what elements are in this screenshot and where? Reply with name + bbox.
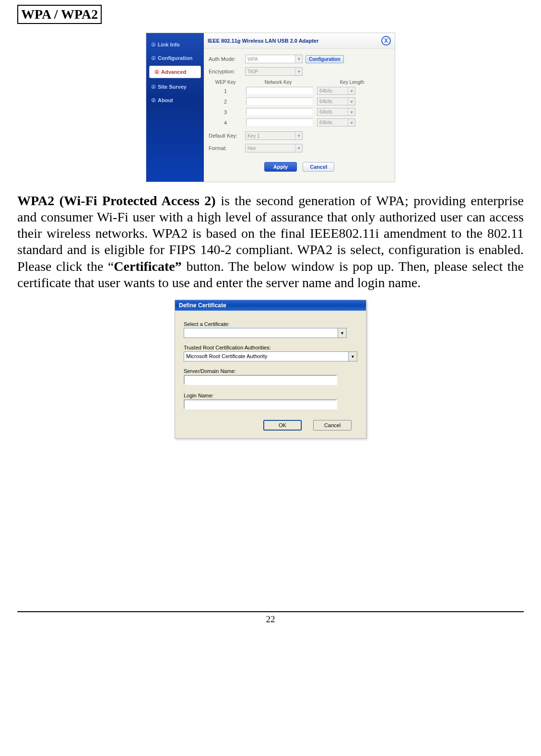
cancel-button[interactable]: Cancel <box>313 420 352 430</box>
nav-link-info[interactable]: ⦿Link Info <box>146 39 204 50</box>
key-length-select: 64bits <box>317 108 355 116</box>
wep-index: 3 <box>209 109 242 115</box>
select-certificate-label: Select a Certificate: <box>184 321 357 327</box>
login-name-input[interactable] <box>184 399 337 409</box>
network-key-input[interactable] <box>246 87 313 95</box>
encryption-select: TKIP <box>245 67 303 76</box>
default-key-select: Key 1 <box>245 131 303 140</box>
network-key-input[interactable] <box>246 108 313 116</box>
auth-mode-select[interactable]: WPA <box>245 55 303 63</box>
nav-label: Link Info <box>158 42 180 47</box>
adapter-utility-screenshot: ⦿Link Info ⦿Configuration ⦿Advanced ⦿Sit… <box>146 33 395 182</box>
app-title: IEEE 802.11g Wireless LAN USB 2.0 Adapte… <box>208 38 318 44</box>
nav-configuration[interactable]: ⦿Configuration <box>146 52 204 64</box>
wep-index: 2 <box>209 99 242 105</box>
description-paragraph: WPA2 (Wi-Fi Protected Access 2) is the s… <box>17 193 524 291</box>
login-name-label: Login Name: <box>184 393 357 398</box>
close-icon[interactable]: X <box>381 36 391 46</box>
format-label: Format: <box>209 145 242 151</box>
nav-site-survey[interactable]: ⦿Site Survey <box>146 81 204 93</box>
nav-label: About <box>158 97 173 103</box>
define-certificate-dialog: Define Certificate Select a Certificate:… <box>175 300 366 439</box>
network-key-input[interactable] <box>246 97 313 105</box>
wep-row-1: 1 64bits <box>209 87 390 95</box>
nav-bullet-icon: ⦿ <box>151 56 156 61</box>
trusted-root-label: Trusted Root Certification Authorities: <box>184 345 357 350</box>
nav-sidebar: ⦿Link Info ⦿Configuration ⦿Advanced ⦿Sit… <box>146 33 204 182</box>
nav-about[interactable]: ⦿About <box>146 94 204 106</box>
server-domain-label: Server/Domain Name: <box>184 368 357 374</box>
key-length-select: 64bits <box>317 87 355 95</box>
encryption-label: Encryption: <box>209 69 242 74</box>
nav-bullet-icon: ⦿ <box>151 84 156 90</box>
format-select: Hex <box>245 144 303 152</box>
key-length-select: 64bits <box>317 118 355 127</box>
dialog-title: Define Certificate <box>175 300 366 311</box>
wep-row-4: 4 64bits <box>209 118 390 127</box>
auth-mode-label: Auth Mode: <box>209 56 242 62</box>
page-number: 22 <box>17 611 524 625</box>
wep-index: 4 <box>209 120 242 126</box>
nav-label: Site Survey <box>158 84 187 90</box>
trusted-root-combo[interactable]: Microsoft Root Certificate Authority <box>184 351 357 361</box>
col-key-length: Key Length <box>314 80 390 85</box>
col-wep-key: WEP Key <box>209 80 242 85</box>
nav-label: Configuration <box>158 55 192 61</box>
server-domain-input[interactable] <box>184 375 337 385</box>
col-network-key: Network Key <box>242 80 314 85</box>
select-certificate-combo[interactable] <box>184 328 347 338</box>
key-length-select: 64bits <box>317 97 355 105</box>
nav-bullet-icon: ⦿ <box>151 42 156 47</box>
wep-row-3: 3 64bits <box>209 108 390 116</box>
nav-bullet-icon: ⦿ <box>154 70 159 75</box>
wep-index: 1 <box>209 88 242 94</box>
nav-advanced[interactable]: ⦿Advanced <box>149 66 201 78</box>
default-key-label: Default Key: <box>209 133 242 139</box>
network-key-input[interactable] <box>246 118 313 127</box>
apply-button[interactable]: Apply <box>264 162 297 172</box>
ok-button[interactable]: OK <box>263 420 302 430</box>
paragraph-certificate: Certificate” <box>114 259 181 274</box>
cancel-button[interactable]: Cancel <box>303 162 334 172</box>
section-heading: WPA / WPA2 <box>17 5 102 24</box>
nav-bullet-icon: ⦿ <box>151 98 156 103</box>
paragraph-lead: WPA2 (Wi-Fi Protected Access 2) <box>17 193 216 208</box>
nav-label: Advanced <box>161 69 187 75</box>
wep-row-2: 2 64bits <box>209 97 390 105</box>
configuration-button[interactable]: Configuration <box>306 55 344 63</box>
